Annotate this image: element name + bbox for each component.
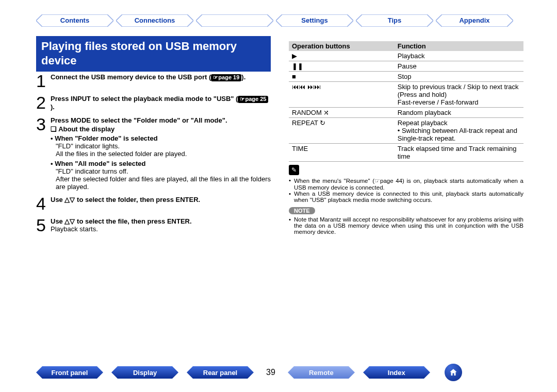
step-5-number: 5 xyxy=(36,216,51,234)
step-5-text: Use △▽ to select the file, then press EN… xyxy=(51,217,271,225)
btn-pause-icon: ❚❚ xyxy=(289,61,395,72)
tab-settings-label: Settings xyxy=(276,16,353,24)
home-button[interactable] xyxy=(445,364,462,381)
step-4-text: Use △▽ to select the folder, then press … xyxy=(51,196,271,203)
tab-tips-label: Tips xyxy=(356,16,433,24)
step-4-number: 4 xyxy=(36,195,51,212)
right-column: Operation buttons Function ▶Playback ❚❚P… xyxy=(289,41,523,235)
fn-time: Track elapsed time and Track remaining t… xyxy=(395,144,523,162)
folder-mode-title: When "Folder mode" is selected xyxy=(51,134,158,142)
steps-column: 1 Connect the USB memory device to the U… xyxy=(36,73,271,239)
nav-front-panel[interactable]: Front panel xyxy=(36,366,103,379)
step-2-number: 2 xyxy=(36,94,51,111)
btn-random: RANDOM ⤨ xyxy=(289,108,395,118)
fn-stop: Stop xyxy=(395,72,523,82)
table-header-buttons: Operation buttons xyxy=(289,41,395,51)
note-item-1: Note that Marantz will accept no respons… xyxy=(294,216,523,235)
pencil-notes: •When the menu's "Resume" (☞page 44) is … xyxy=(289,177,523,203)
btn-skip-icon: ⏮⏮ ⏭⏭ xyxy=(289,82,395,108)
step-2-text-a: Press INPUT to select the playback media… xyxy=(51,95,238,103)
tab-playback-current xyxy=(196,14,273,27)
note-items: •Note that Marantz will accept no respon… xyxy=(289,216,523,235)
fn-repeat: Repeat playback • Switching between All-… xyxy=(395,118,523,144)
nav-rear-panel-label: Rear panel xyxy=(187,366,254,379)
table-row: TIMETrack elapsed time and Track remaini… xyxy=(289,144,523,162)
step-1: 1 Connect the USB memory device to the U… xyxy=(36,73,271,90)
table-header-function: Function xyxy=(395,41,523,51)
tab-tips[interactable]: Tips xyxy=(356,14,433,27)
all-mode-l1: "FLD" indicator turns off. xyxy=(51,167,271,175)
step-2-text-b: ). xyxy=(51,103,55,111)
nav-index[interactable]: Index xyxy=(363,366,430,379)
table-row: ❚❚Pause xyxy=(289,61,523,72)
step-4: 4 Use △▽ to select the folder, then pres… xyxy=(36,196,271,212)
nav-remote-label: Remote xyxy=(288,366,355,379)
nav-remote[interactable]: Remote xyxy=(288,366,355,379)
operation-table: Operation buttons Function ▶Playback ❚❚P… xyxy=(289,41,523,162)
step-3-text: Press MODE to select the "Folder mode" o… xyxy=(51,116,271,124)
btn-repeat: REPEAT ↻ xyxy=(289,118,395,144)
pencil-icon: ✎ xyxy=(289,165,299,175)
all-mode-title: When "All mode" is selected xyxy=(51,160,145,167)
page-link-19[interactable]: ☞page 19 xyxy=(211,74,241,81)
btn-stop-icon: ■ xyxy=(289,72,395,82)
tab-contents-label: Contents xyxy=(36,16,113,24)
page-number: 39 xyxy=(266,368,275,377)
fn-play: Playback xyxy=(395,51,523,61)
bottom-nav: Front panel Display Rear panel 39 Remote… xyxy=(36,364,526,381)
fn-pause: Pause xyxy=(395,61,523,72)
fn-random: Random playback xyxy=(395,108,523,118)
table-row: REPEAT ↻Repeat playback • Switching betw… xyxy=(289,118,523,144)
note-badge: NOTE xyxy=(289,207,315,214)
btn-play-icon: ▶ xyxy=(289,51,395,61)
pencil-note-1: When the menu's "Resume" (☞page 44) is o… xyxy=(294,177,523,191)
tab-settings[interactable]: Settings xyxy=(276,14,353,27)
tab-contents[interactable]: Contents xyxy=(36,14,113,27)
step-3: 3 Press MODE to select the "Folder mode"… xyxy=(36,116,271,191)
nav-display-label: Display xyxy=(111,366,178,379)
step-5: 5 Use △▽ to select the file, then press … xyxy=(36,217,271,234)
top-nav: Contents Connections Settings Tips Appen… xyxy=(36,14,531,30)
btn-time: TIME xyxy=(289,144,395,162)
page-heading: Playing files stored on USB memory devic… xyxy=(36,36,271,72)
about-display-title: About the display xyxy=(51,125,271,133)
pencil-note-2: When a USB memory device is connected to… xyxy=(294,191,523,203)
tab-connections-label: Connections xyxy=(116,16,193,24)
step-1-number: 1 xyxy=(36,72,51,90)
nav-index-label: Index xyxy=(363,366,430,379)
table-row: ■Stop xyxy=(289,72,523,82)
fn-skip: Skip to previous track / Skip to next tr… xyxy=(395,82,523,108)
step-3-number: 3 xyxy=(36,115,51,191)
table-row: ⏮⏮ ⏭⏭Skip to previous track / Skip to ne… xyxy=(289,82,523,108)
tab-connections[interactable]: Connections xyxy=(116,14,193,27)
page-link-25[interactable]: ☞page 25 xyxy=(238,96,268,103)
folder-mode-l2: All the files in the selected folder are… xyxy=(51,150,271,158)
nav-display[interactable]: Display xyxy=(111,366,178,379)
tab-appendix[interactable]: Appendix xyxy=(436,14,513,27)
all-mode-l2: After the selected folder and files are … xyxy=(51,175,271,191)
nav-front-panel-label: Front panel xyxy=(36,366,103,379)
folder-mode-l1: "FLD" indicator lights. xyxy=(51,142,271,150)
table-row: RANDOM ⤨Random playback xyxy=(289,108,523,118)
step-2: 2 Press INPUT to select the playback med… xyxy=(36,95,271,111)
table-row: ▶Playback xyxy=(289,51,523,61)
home-icon xyxy=(449,368,458,377)
step-1-text-b: ). xyxy=(241,73,245,81)
step-1-text-a: Connect the USB memory device to the USB… xyxy=(51,73,211,81)
tab-appendix-label: Appendix xyxy=(436,16,513,24)
step-5-sub: Playback starts. xyxy=(51,225,271,233)
nav-rear-panel[interactable]: Rear panel xyxy=(187,366,254,379)
